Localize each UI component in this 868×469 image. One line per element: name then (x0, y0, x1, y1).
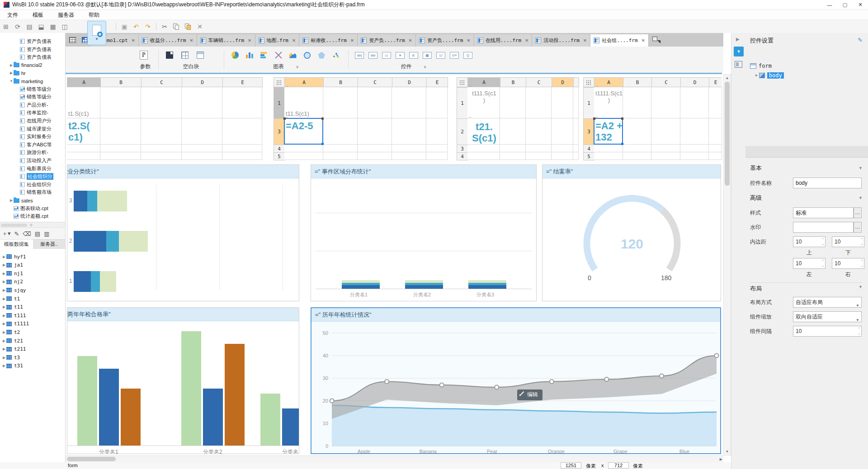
area-chart-icon[interactable] (288, 50, 298, 60)
chart-panel-industry-category[interactable]: 业分类统计"321 (67, 164, 299, 301)
sidebar-item-在线用户分[interactable]: 在线用户分 (15, 117, 52, 125)
tree-expander-icon[interactable]: ▶ (9, 63, 14, 67)
sidebar-item-销售等级分[interactable]: 销售等级分 (15, 85, 52, 93)
column-header-B[interactable]: B (623, 77, 652, 87)
grid-cell[interactable] (426, 152, 448, 160)
grid-cell[interactable] (182, 118, 222, 145)
column-header-A[interactable]: A (67, 77, 101, 87)
grid-cell[interactable] (182, 152, 222, 160)
vertical-scroll-thumb[interactable] (725, 82, 730, 186)
dataset-expander-icon[interactable]: ▶ (2, 263, 6, 267)
sidebar-item-图表联动.cpt[interactable]: 图表联动.cpt (9, 205, 48, 212)
selection-handle[interactable] (321, 143, 324, 145)
close-tab-icon[interactable]: ✕ (467, 38, 470, 43)
dataset-expander-icon[interactable]: ▶ (2, 356, 6, 360)
preview-button[interactable]: ▾ (87, 21, 106, 45)
column-header-B[interactable]: B (500, 77, 526, 87)
grid-cell[interactable] (573, 118, 579, 145)
cut-icon[interactable]: ✂ (160, 22, 170, 31)
sidebar-item-社会组织分[interactable]: 社会组织分 (15, 173, 53, 180)
grid-cell[interactable] (526, 152, 552, 160)
grid-cell[interactable] (651, 118, 680, 145)
close-tab-icon[interactable]: ✕ (409, 38, 412, 43)
grid-cell[interactable] (392, 87, 426, 118)
document-tab-2[interactable]: 车辆销....frm✕ (197, 34, 255, 47)
scroll-down-icon[interactable]: ▼ (724, 448, 731, 455)
grid-corner-handle[interactable] (274, 77, 285, 87)
query-widget-icon[interactable]: Q (463, 50, 473, 60)
menu-item-3[interactable]: 帮助 (81, 10, 107, 20)
horizontal-scroll-thumb[interactable] (67, 457, 116, 461)
grid-cell[interactable] (709, 87, 722, 118)
dataset-expander-icon[interactable]: ▶ (2, 314, 6, 318)
delete-icon[interactable]: ✕ (195, 22, 205, 31)
dataset-expander-icon[interactable]: ▶ (2, 330, 6, 334)
bar-chart-icon[interactable] (259, 50, 269, 60)
delete-dataset-button[interactable]: ⌫ (23, 230, 31, 237)
preview-dropdown-arrow[interactable]: ▾ (96, 37, 98, 41)
chart-panel-event-region[interactable]: =" 事件区域分布统计"分类名1分类名2分类名3 (311, 164, 537, 301)
scroll-up-icon[interactable]: ▲ (724, 75, 731, 81)
grid-cell[interactable] (358, 87, 392, 118)
grid-cell[interactable] (573, 152, 579, 160)
widget-tree-form[interactable]: form (750, 61, 784, 70)
scroll-right-icon[interactable]: ▶ (720, 456, 722, 463)
sidebar-item-销售等级分[interactable]: 销售等级分 (15, 93, 52, 101)
sidebar-item-电影票房分[interactable]: 电影票房分 (15, 165, 52, 173)
dataset-expander-icon[interactable]: ▶ (2, 347, 6, 351)
sidebar-item-旅游分析-[interactable]: 旅游分析- (15, 149, 48, 156)
column-header-D[interactable]: D (680, 77, 709, 87)
paste-icon[interactable] (183, 22, 193, 31)
selection-handle[interactable] (283, 117, 286, 120)
grid-cell[interactable] (623, 87, 651, 118)
grid-cell[interactable] (358, 145, 392, 152)
column-header-x[interactable] (573, 77, 579, 87)
parameter-pane-icon[interactable]: P (139, 50, 149, 60)
grid-cell[interactable] (141, 145, 182, 152)
grid-cell[interactable] (709, 145, 722, 152)
horizontal-scrollbar[interactable]: ▶ (66, 455, 723, 462)
row-header-5[interactable]: 5 (583, 152, 594, 160)
chart-panel-inspection-pass-rate[interactable]: 两年年检合格率"分类名1分类名2分类名3 (67, 307, 299, 454)
dataset-item-t1111[interactable]: ▶t1111 (2, 320, 29, 328)
grid-cell[interactable] (100, 118, 141, 145)
widget-settings-toggle[interactable]: ▼ (734, 47, 744, 56)
dataset-item-nj1[interactable]: ▶nj1 (2, 269, 23, 277)
grid-cell[interactable] (323, 152, 358, 160)
grid-cell[interactable] (141, 118, 182, 145)
row-header-3[interactable]: 3 (274, 118, 285, 145)
dataset-item-t211[interactable]: ▶t211 (2, 345, 26, 353)
grid-cell[interactable] (623, 145, 651, 152)
menu-item-1[interactable]: 模板 (25, 10, 51, 20)
dataset-tab-1[interactable]: 服务器.. (33, 239, 66, 249)
grid-cell[interactable] (323, 87, 358, 118)
add-dataset-button[interactable]: ＋▾ (2, 230, 11, 238)
dataset-expander-icon[interactable]: ▶ (2, 364, 6, 368)
chart-body-inspection-history[interactable]: 01020304050AppleBananaPearOrangeGrapeBlu… (311, 322, 720, 453)
grid-cell[interactable] (594, 152, 623, 160)
dataset-item-t111[interactable]: ▶t111 (2, 311, 26, 319)
menu-item-0[interactable]: 文件 (0, 10, 25, 20)
save-as-icon[interactable]: ⬓ (36, 22, 46, 31)
button-widget-icon[interactable]: ▭ (382, 50, 392, 60)
chart-panel-inspection-history[interactable]: =" 历年年检统计情况"01020304050AppleBananaPearOr… (311, 307, 721, 454)
ribbon-group-label-0[interactable]: 参数 (132, 63, 158, 70)
dataset-expander-icon[interactable]: ▶ (2, 339, 6, 343)
grid-corner-handle[interactable] (457, 77, 468, 87)
sidebar-item-传单监控-[interactable]: 传单监控- (15, 109, 48, 117)
selected-cell-border[interactable] (594, 118, 623, 145)
grid-corner-handle[interactable] (583, 77, 594, 87)
document-tab-7[interactable]: 在线用....frm✕ (474, 34, 533, 47)
minimize-button[interactable]: — (822, 0, 837, 9)
grid-cell[interactable] (182, 87, 222, 118)
grid-cell[interactable] (323, 118, 358, 145)
grid-cell[interactable] (651, 145, 680, 152)
component-gap-stepper[interactable]: 10⌃⌄ (793, 326, 862, 337)
row-header-5[interactable]: 5 (274, 152, 285, 160)
row-header-3[interactable]: 3 (583, 118, 594, 145)
widget-tree-body[interactable]: ▶ body (750, 70, 784, 80)
copy-icon[interactable] (171, 22, 181, 31)
grid-cell[interactable] (552, 145, 573, 152)
grid-cell[interactable] (392, 118, 426, 145)
spinner-widget-icon[interactable]: 8: (409, 50, 419, 60)
